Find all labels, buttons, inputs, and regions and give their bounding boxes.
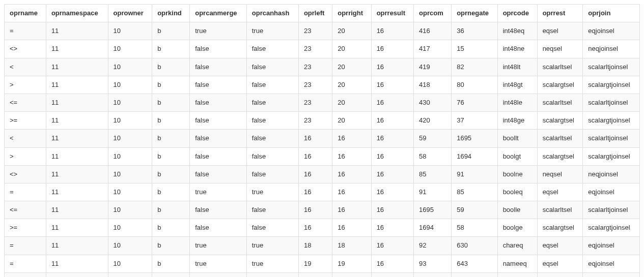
column-header-oprcom[interactable]: oprcom [414,5,452,22]
cell-oprnegate: 36 [452,22,497,40]
cell-oprright: 20 [332,76,371,94]
cell-oprjoin: eqjoinsel [583,22,640,40]
cell-oprkind: b [152,94,190,111]
column-header-oprleft[interactable]: oprleft [298,5,332,22]
cell-oprkind: b [152,165,190,183]
cell-oprjoin: eqjoinsel [583,183,640,201]
cell-oprowner: 10 [108,94,152,111]
table-row[interactable]: >=1110bfalsefalse23201642037int48gescala… [5,112,640,130]
cell-oprrest: neqsel [537,40,583,58]
cell-oprjoin: scalarltjoinsel [583,130,640,147]
cell-oprcanmerge: false [190,201,247,219]
cell-oprnegate: 82 [452,58,497,76]
cell-oprjoin: scalarltjoinsel [583,58,640,76]
cell-oprjoin: scalarltjoinsel [583,94,640,111]
column-header-oprname[interactable]: oprname [5,5,46,22]
column-header-oprcanmerge[interactable]: oprcanmerge [190,5,247,22]
cell-oprcanmerge: false [190,165,247,183]
cell-oprright: 20 [332,40,371,58]
table-row[interactable]: <>1110bfalsefalse23201641715int48neneqse… [5,40,640,58]
cell-oprcanmerge: false [190,130,247,147]
column-header-oprjoin[interactable]: oprjoin [583,5,640,22]
column-header-oprcode[interactable]: oprcode [497,5,537,22]
column-header-oprresult[interactable]: oprresult [371,5,413,22]
cell-oprnamespace: 11 [46,58,108,76]
cell-oprcanhash: false [246,76,298,94]
cell-oprkind: b [152,112,190,130]
cell-oprleft: 18 [298,237,332,255]
cell-oprcode: nameeq [497,255,537,272]
cell-oprowner: 10 [108,272,152,277]
cell-oprnamespace: 11 [46,219,108,237]
cell-oprresult: 16 [371,130,413,147]
cell-oprnegate: 37 [452,112,497,130]
cell-oprkind: b [152,40,190,58]
cell-oprnamespace: 11 [46,183,108,201]
column-header-oprright[interactable]: oprright [332,5,371,22]
table-row[interactable]: =1110btruetrue1616169185booleqeqseleqjoi… [5,183,640,201]
table-row[interactable]: <=1110bfalsefalse161616169559boollescala… [5,201,640,219]
cell-oprname: = [5,237,46,255]
cell-oprcanhash: false [246,58,298,76]
cell-oprnamespace: 11 [46,112,108,130]
cell-oprcanhash: false [246,147,298,165]
cell-oprnamespace: 11 [46,201,108,219]
cell-oprcom: 92 [414,237,452,255]
cell-oprowner: 10 [108,237,152,255]
table-row[interactable]: <1110bfalsefalse23201641982int48ltscalar… [5,58,640,76]
cell-oprowner: 10 [108,40,152,58]
cell-oprcanmerge: false [190,76,247,94]
cell-oprleft: 16 [298,183,332,201]
cell-oprname: <= [5,94,46,111]
cell-oprnegate: 1695 [452,130,497,147]
cell-oprleft: 23 [298,22,332,40]
cell-oprkind: b [152,22,190,40]
table-row[interactable]: <>1110bfalsefalse1616168591boolneneqseln… [5,165,640,183]
table-row[interactable]: =1110btruetrue23201641636int48eqeqseleqj… [5,22,640,40]
column-header-oprnamespace[interactable]: oprnamespace [46,5,108,22]
table-row[interactable]: >1110bfalsefalse161616581694boolgtscalar… [5,147,640,165]
column-header-oprrest[interactable]: oprrest [537,5,583,22]
column-header-oprowner[interactable]: oprowner [108,5,152,22]
cell-oprname: > [5,147,46,165]
cell-oprleft: 23 [298,40,332,58]
cell-oprcanhash: true [246,22,298,40]
cell-oprnamespace: 11 [46,22,108,40]
cell-oprresult: 16 [371,201,413,219]
table-row[interactable]: =1110btruetrue18181692630chareqeqseleqjo… [5,237,640,255]
cell-oprname: <> [5,40,46,58]
cell-oprjoin: scalargtjoinsel [583,147,640,165]
cell-oprnamespace: 11 [46,147,108,165]
table-row[interactable]: >1110bfalsefalse23201641880int48gtscalar… [5,76,640,94]
cell-oprleft: 19 [298,255,332,272]
cell-oprcanmerge: false [190,112,247,130]
column-header-oprcanhash[interactable]: oprcanhash [246,5,298,22]
cell-oprowner: 10 [108,201,152,219]
cell-oprkind: b [152,130,190,147]
cell-oprname: > [5,76,46,94]
cell-oprright: 20 [332,112,371,130]
cell-oprresult: 16 [371,255,413,272]
table-row[interactable]: <=1110bfalsefalse23201643076int48lescala… [5,94,640,111]
cell-oprcom: 58 [414,147,452,165]
cell-oprcanhash: false [246,201,298,219]
cell-oprleft: 21 [298,272,332,277]
table-row[interactable]: =1110btruetrue21211694519int2eqeqseleqjo… [5,272,640,277]
cell-oprcanhash: false [246,94,298,111]
cell-oprright: 16 [332,183,371,201]
cell-oprnegate: 643 [452,255,497,272]
cell-oprresult: 16 [371,183,413,201]
cell-oprnamespace: 11 [46,165,108,183]
cell-oprcode: int2eq [497,272,537,277]
column-header-oprkind[interactable]: oprkind [152,5,190,22]
cell-oprname: = [5,255,46,272]
cell-oprleft: 23 [298,94,332,111]
cell-oprright: 20 [332,22,371,40]
table-row[interactable]: <1110bfalsefalse161616591695boolltscalar… [5,130,640,147]
table-row[interactable]: =1110btruetrue19191693643nameeqeqseleqjo… [5,255,640,272]
table-row[interactable]: >=1110bfalsefalse161616169458boolgescala… [5,219,640,237]
cell-oprnegate: 1694 [452,147,497,165]
cell-oprresult: 16 [371,58,413,76]
column-header-oprnegate[interactable]: oprnegate [452,5,497,22]
cell-oprcom: 94 [414,272,452,277]
